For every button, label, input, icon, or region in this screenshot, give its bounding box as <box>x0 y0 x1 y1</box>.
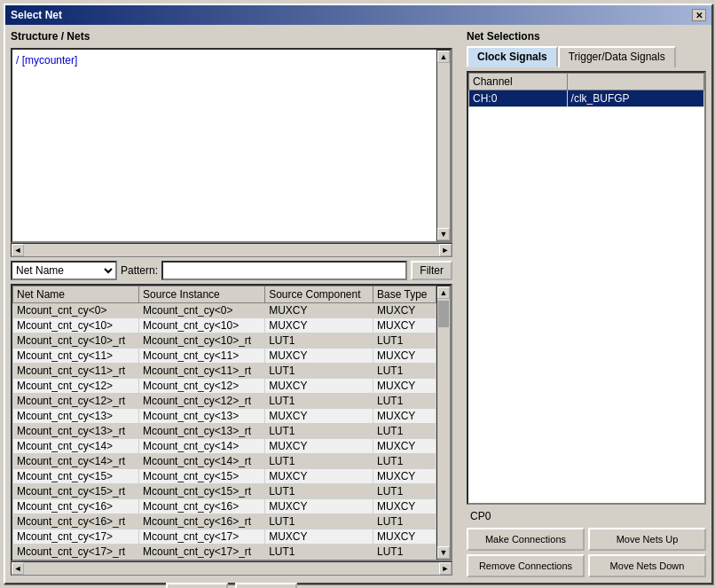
table-cell: MUXCY <box>373 303 436 318</box>
table-cell: Mcount_cnt_cy<15> <box>139 469 265 484</box>
scroll-left-arrow[interactable]: ◄ <box>12 244 24 256</box>
table-row[interactable]: Mcount_cnt_cy<13>Mcount_cnt_cy<13>MUXCYM… <box>13 409 436 424</box>
table-cell: LUT1 <box>373 545 436 560</box>
table-cell: LUT1 <box>265 454 373 469</box>
structure-scrollbar-h[interactable]: ◄ ► <box>11 243 452 257</box>
table-row[interactable]: Mcount_cnt_cy<13>_rtMcount_cnt_cy<13>_rt… <box>13 424 436 439</box>
left-panel: Structure / Nets / [mycounter] ▲ ▼ ◄ ► <box>11 30 452 577</box>
net-table-header: Source Instance <box>139 286 265 303</box>
table-row[interactable]: Mcount_cnt_cy<11>Mcount_cnt_cy<11>MUXCYM… <box>13 349 436 364</box>
table-cell: Mcount_cnt_cy<11> <box>13 349 139 364</box>
table-row[interactable]: Mcount_cnt_cy<17>_rtMcount_cnt_cy<17>_rt… <box>13 545 436 560</box>
make-connections-button[interactable]: Make Connections <box>467 528 585 551</box>
table-cell: Mcount_cnt_cy<17>_rt <box>139 545 265 560</box>
net-scroll-thumb <box>438 301 449 327</box>
cancel-button[interactable]: Cancel <box>235 583 297 588</box>
table-row[interactable]: Mcount_cnt_cy<10>Mcount_cnt_cy<10>MUXCYM… <box>13 318 436 333</box>
channel-header <box>567 74 703 90</box>
table-cell: MUXCY <box>265 469 373 484</box>
net-table-scrollbar-v[interactable]: ▲ ▼ <box>436 286 451 560</box>
table-cell: Mcount_cnt_cy<0> <box>139 303 265 318</box>
tab-clock-signals[interactable]: Clock Signals <box>467 46 558 67</box>
table-cell: MUXCY <box>373 529 436 545</box>
structure-panel: / [mycounter] ▲ ▼ <box>11 48 452 243</box>
table-row[interactable]: Mcount_cnt_cy<12>Mcount_cnt_cy<12>MUXCYM… <box>13 379 436 394</box>
table-cell: Mcount_cnt_cy<12>_rt <box>139 394 265 409</box>
net-scroll-left[interactable]: ◄ <box>12 562 24 575</box>
table-cell: Mcount_cnt_cy<16> <box>139 499 265 514</box>
net-scroll-right[interactable]: ► <box>439 562 452 575</box>
table-row[interactable]: Mcount_cnt_cy<16>_rtMcount_cnt_cy<16>_rt… <box>13 514 436 529</box>
table-cell: LUT1 <box>373 364 436 379</box>
scroll-down-arrow[interactable]: ▼ <box>437 228 450 240</box>
tree-item-mycounter[interactable]: / [mycounter] <box>16 53 433 67</box>
tabs: Clock Signals Trigger/Data Signals <box>467 46 706 67</box>
table-row[interactable]: Mcount_cnt_cy<15>_rtMcount_cnt_cy<15>_rt… <box>13 484 436 499</box>
action-row-1: Make Connections Move Nets Up <box>467 528 706 551</box>
table-cell: Mcount_cnt_cy<14>_rt <box>139 454 265 469</box>
net-scroll-down[interactable]: ▼ <box>437 546 450 559</box>
structure-tree: / [mycounter] <box>12 50 436 241</box>
net-table-scrollbar-h[interactable]: ◄ ► <box>11 561 452 576</box>
table-cell: Mcount_cnt_cy<10>_rt <box>139 333 265 349</box>
table-cell: LUT1 <box>373 514 436 529</box>
table-row[interactable]: Mcount_cnt_cy<14>Mcount_cnt_cy<14>MUXCYM… <box>13 439 436 454</box>
table-cell: Mcount_cnt_cy<13>_rt <box>13 424 139 439</box>
remove-connections-button[interactable]: Remove Connections <box>467 554 585 577</box>
table-cell: MUXCY <box>265 529 373 545</box>
net-scroll-up[interactable]: ▲ <box>437 286 450 299</box>
title-bar: Select Net ✕ <box>5 5 711 25</box>
table-cell: LUT1 <box>373 424 436 439</box>
table-row[interactable]: Mcount_cnt_cy<12>_rtMcount_cnt_cy<12>_rt… <box>13 394 436 409</box>
move-nets-down-button[interactable]: Move Nets Down <box>588 554 706 577</box>
action-buttons: Make Connections Move Nets Up Remove Con… <box>467 528 706 577</box>
table-row[interactable]: Mcount_cnt_cy<15>Mcount_cnt_cy<15>MUXCYM… <box>13 469 436 484</box>
table-cell: LUT1 <box>373 484 436 499</box>
table-cell: Mcount_cnt_cy<17> <box>139 529 265 545</box>
table-cell: LUT1 <box>265 394 373 409</box>
channel-cell: CH:0 <box>469 90 568 107</box>
table-cell: Mcount_cnt_cy<14> <box>139 439 265 454</box>
pattern-input[interactable] <box>161 261 407 280</box>
channel-row[interactable]: CH:0/clk_BUFGP <box>469 90 704 107</box>
table-cell: Mcount_cnt_cy<15> <box>13 469 139 484</box>
table-cell: Mcount_cnt_cy<11> <box>139 349 265 364</box>
table-row[interactable]: Mcount_cnt_cy<11>_rtMcount_cnt_cy<11>_rt… <box>13 364 436 379</box>
net-table-header: Source Component <box>265 286 373 303</box>
cp-label: CP0 <box>467 508 706 524</box>
table-row[interactable]: Mcount_cnt_cy<10>_rtMcount_cnt_cy<10>_rt… <box>13 333 436 349</box>
table-cell: LUT1 <box>265 333 373 349</box>
net-name-dropdown[interactable]: Net Name <box>11 261 117 280</box>
move-nets-up-button[interactable]: Move Nets Up <box>588 528 706 551</box>
table-cell: Mcount_cnt_cy<0> <box>13 303 139 318</box>
divider <box>458 30 461 577</box>
ok-button[interactable]: OK <box>166 583 228 588</box>
table-row[interactable]: Mcount_cnt_cy<0>Mcount_cnt_cy<0>MUXCYMUX… <box>13 303 436 318</box>
filter-button[interactable]: Filter <box>411 261 452 280</box>
table-cell: MUXCY <box>265 349 373 364</box>
table-row[interactable]: Mcount_cnt_cy<16>Mcount_cnt_cy<16>MUXCYM… <box>13 499 436 514</box>
table-cell: LUT1 <box>265 484 373 499</box>
table-row[interactable]: Mcount_cnt_cy<14>_rtMcount_cnt_cy<14>_rt… <box>13 454 436 469</box>
tab-trigger-data-signals[interactable]: Trigger/Data Signals <box>558 46 676 67</box>
scroll-right-arrow[interactable]: ► <box>439 244 452 256</box>
close-button[interactable]: ✕ <box>692 9 706 21</box>
channel-header: Channel <box>469 74 568 90</box>
net-table-scroll[interactable]: Net NameSource InstanceSource ComponentB… <box>12 286 436 560</box>
pattern-label: Pattern: <box>121 264 158 277</box>
filter-bar: Net Name Pattern: Filter <box>11 261 452 280</box>
table-cell: MUXCY <box>265 379 373 394</box>
structure-scrollbar-v[interactable]: ▲ ▼ <box>436 50 451 241</box>
table-cell: LUT1 <box>265 364 373 379</box>
channel-scroll[interactable]: Channel CH:0/clk_BUFGP <box>468 73 704 503</box>
table-row[interactable]: Mcount_cnt_cy<17>Mcount_cnt_cy<17>MUXCYM… <box>13 529 436 545</box>
table-cell: LUT1 <box>265 424 373 439</box>
table-cell: Mcount_cnt_cy<10>_rt <box>13 333 139 349</box>
net-table-panel: Net NameSource InstanceSource ComponentB… <box>11 284 452 561</box>
table-cell: LUT1 <box>265 514 373 529</box>
table-cell: MUXCY <box>265 499 373 514</box>
structure-label: Structure / Nets <box>11 30 452 43</box>
table-cell: Mcount_cnt_cy<15>_rt <box>13 484 139 499</box>
scroll-up-arrow[interactable]: ▲ <box>437 51 450 63</box>
table-cell: LUT1 <box>265 545 373 560</box>
